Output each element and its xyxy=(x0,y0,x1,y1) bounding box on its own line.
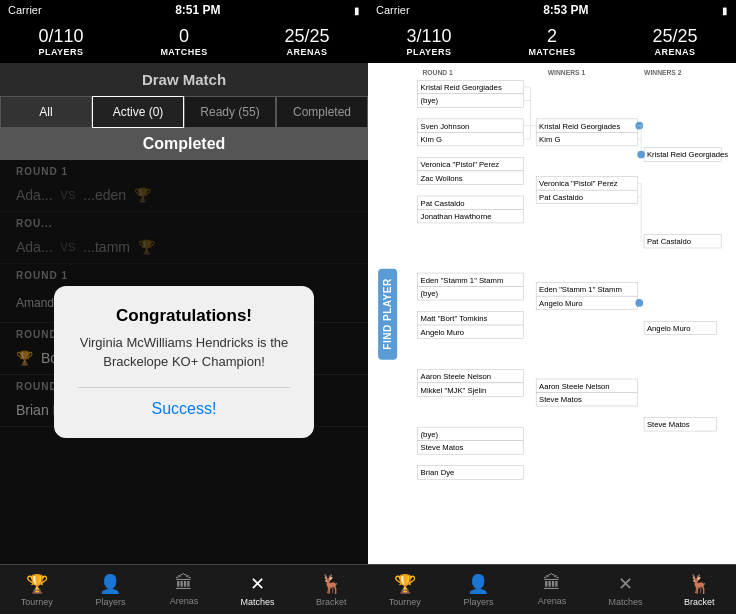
svg-text:Matt "Bort" Tomkins: Matt "Bort" Tomkins xyxy=(421,314,488,323)
time-left: 8:51 PM xyxy=(175,3,220,17)
trophy-icon-left: 🏆 xyxy=(26,573,48,595)
modal-overlay[interactable]: Congratulations! Virginia McWilliams Hen… xyxy=(0,160,368,564)
svg-text:Eden "Stamm 1" Stamm: Eden "Stamm 1" Stamm xyxy=(539,285,622,294)
stat-arenas-label-right: ARENAS xyxy=(653,47,698,57)
stat-arenas-value-right: 25/25 xyxy=(653,26,698,47)
svg-text:Veronica "Pistol" Perez: Veronica "Pistol" Perez xyxy=(539,179,618,188)
tab-active[interactable]: Active (0) xyxy=(92,96,184,128)
svg-text:Eden "Stamm 1" Stamm: Eden "Stamm 1" Stamm xyxy=(421,276,504,285)
battery-left: ▮ xyxy=(354,5,360,16)
svg-point-58 xyxy=(635,299,643,307)
stat-arenas-right: 25/25 ARENAS xyxy=(653,26,698,57)
find-player-button[interactable]: FIND PLAYER xyxy=(378,268,397,359)
nav-tourney-label-left: Tourney xyxy=(21,597,53,607)
nav-players-left[interactable]: 👤 Players xyxy=(74,565,148,614)
tab-bar-left: All Active (0) Ready (55) Completed xyxy=(0,96,368,128)
svg-text:Steve Matos: Steve Matos xyxy=(539,395,582,404)
stat-players-label-left: PLAYERS xyxy=(38,47,83,57)
modal-box: Congratulations! Virginia McWilliams Hen… xyxy=(54,286,314,437)
nav-tourney-left[interactable]: 🏆 Tourney xyxy=(0,565,74,614)
svg-text:(bye): (bye) xyxy=(421,430,439,439)
svg-text:Pat Castaldo: Pat Castaldo xyxy=(539,193,583,202)
nav-players-right[interactable]: 👤 Players xyxy=(442,565,516,614)
svg-text:Kristal Reid Georgiades: Kristal Reid Georgiades xyxy=(647,150,728,159)
nav-bracket-right[interactable]: 🦌 Bracket xyxy=(662,565,736,614)
stat-arenas-value-left: 25/25 xyxy=(285,26,330,47)
stats-row-right: 3/110 PLAYERS 2 MATCHES 25/25 ARENAS xyxy=(368,20,736,63)
nav-matches-left[interactable]: ✕ Matches xyxy=(221,565,295,614)
svg-text:WINNERS 1: WINNERS 1 xyxy=(548,69,586,76)
tab-ready[interactable]: Ready (55) xyxy=(184,96,276,128)
right-phone: Carrier 8:53 PM ▮ 3/110 PLAYERS 2 MATCHE… xyxy=(368,0,736,614)
modal-divider xyxy=(78,387,290,388)
stat-arenas-label-left: ARENAS xyxy=(285,47,330,57)
stat-matches-value-right: 2 xyxy=(528,26,575,47)
bracket-area: FIND PLAYER ROUND 1 WINNERS 1 WINNERS 2 … xyxy=(368,63,736,564)
bracket-icon-right: 🦌 xyxy=(688,573,710,595)
arenas-icon-right: 🏛 xyxy=(543,573,561,594)
bracket-wrapper: ROUND 1 WINNERS 1 WINNERS 2 Kristal Reid… xyxy=(398,63,736,564)
svg-text:Veronica "Pistol" Perez: Veronica "Pistol" Perez xyxy=(421,160,500,169)
nav-players-label-left: Players xyxy=(95,597,125,607)
battery-right: ▮ xyxy=(722,5,728,16)
status-bar-left: Carrier 8:51 PM ▮ xyxy=(0,0,368,20)
players-icon-right: 👤 xyxy=(467,573,489,595)
stats-row-left: 0/110 PLAYERS 0 MATCHES 25/25 ARENAS xyxy=(0,20,368,63)
svg-text:Aaron Steele Nelson: Aaron Steele Nelson xyxy=(421,372,492,381)
stat-matches-label-right: MATCHES xyxy=(528,47,575,57)
svg-text:WINNERS 2: WINNERS 2 xyxy=(644,69,682,76)
svg-text:(bye): (bye) xyxy=(421,96,439,105)
stat-players-value-left: 0/110 xyxy=(38,26,83,47)
stat-players-left: 0/110 PLAYERS xyxy=(38,26,83,57)
svg-text:Kristal Reid Georgiades: Kristal Reid Georgiades xyxy=(539,122,620,131)
svg-text:Steve Matos: Steve Matos xyxy=(647,420,690,429)
svg-text:Zac Wollons: Zac Wollons xyxy=(421,174,463,183)
stat-players-value-right: 3/110 xyxy=(406,26,451,47)
nav-tourney-label-right: Tourney xyxy=(389,597,421,607)
stat-matches-label-left: MATCHES xyxy=(160,47,207,57)
stat-matches-right: 2 MATCHES xyxy=(528,26,575,57)
arenas-icon-left: 🏛 xyxy=(175,573,193,594)
nav-matches-label-right: Matches xyxy=(609,597,643,607)
carrier-right: Carrier xyxy=(376,4,410,16)
stat-matches-left: 0 MATCHES xyxy=(160,26,207,57)
nav-tourney-right[interactable]: 🏆 Tourney xyxy=(368,565,442,614)
svg-text:ROUND 1: ROUND 1 xyxy=(422,69,453,76)
stat-matches-value-left: 0 xyxy=(160,26,207,47)
status-bar-right: Carrier 8:53 PM ▮ xyxy=(368,0,736,20)
matches-icon-left: ✕ xyxy=(250,573,265,595)
svg-text:Angelo Muro: Angelo Muro xyxy=(539,299,583,308)
tab-completed[interactable]: Completed xyxy=(276,96,368,128)
modal-body: Virginia McWilliams Hendricks is the Bra… xyxy=(78,334,290,370)
left-phone: Carrier 8:51 PM ▮ 0/110 PLAYERS 0 MATCHE… xyxy=(0,0,368,614)
svg-text:Angelo Muro: Angelo Muro xyxy=(647,324,691,333)
svg-text:Pat Castaldo: Pat Castaldo xyxy=(421,199,465,208)
stat-players-right: 3/110 PLAYERS xyxy=(406,26,451,57)
svg-text:(bye): (bye) xyxy=(421,289,439,298)
svg-text:Jonathan Hawthorne: Jonathan Hawthorne xyxy=(421,212,492,221)
nav-bracket-label-right: Bracket xyxy=(684,597,715,607)
svg-text:Brian Dye: Brian Dye xyxy=(421,468,455,477)
svg-point-79 xyxy=(637,151,645,159)
nav-arenas-label-right: Arenas xyxy=(538,596,567,606)
trophy-icon-right: 🏆 xyxy=(394,573,416,595)
nav-bracket-left[interactable]: 🦌 Bracket xyxy=(294,565,368,614)
draw-match-header: Draw Match xyxy=(0,63,368,96)
nav-matches-right[interactable]: ✕ Matches xyxy=(589,565,663,614)
nav-arenas-right[interactable]: 🏛 Arenas xyxy=(515,565,589,614)
svg-text:Angelo Muro: Angelo Muro xyxy=(421,328,465,337)
modal-success-button[interactable]: Success! xyxy=(78,392,290,418)
completed-section-header: Completed xyxy=(0,128,368,160)
stat-arenas-left: 25/25 ARENAS xyxy=(285,26,330,57)
carrier-left: Carrier xyxy=(8,4,42,16)
tab-all[interactable]: All xyxy=(0,96,92,128)
svg-text:Aaron Steele Nelson: Aaron Steele Nelson xyxy=(539,382,610,391)
svg-text:Sven Johnson: Sven Johnson xyxy=(421,122,470,131)
modal-title: Congratulations! xyxy=(78,306,290,326)
svg-text:Kristal Reid Georgiades: Kristal Reid Georgiades xyxy=(421,83,502,92)
bracket-icon-left: 🦌 xyxy=(320,573,342,595)
nav-matches-label-left: Matches xyxy=(241,597,275,607)
svg-text:Pat Castaldo: Pat Castaldo xyxy=(647,237,691,246)
nav-arenas-left[interactable]: 🏛 Arenas xyxy=(147,565,221,614)
match-list: ROUND 1 Ada... VS ...eden 🏆 ROU... Ada..… xyxy=(0,160,368,564)
